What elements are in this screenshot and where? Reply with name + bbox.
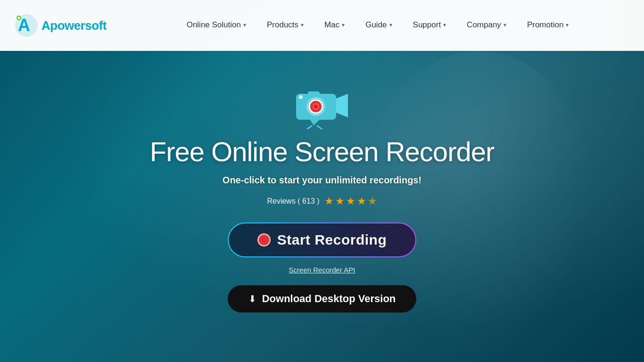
star-4: ★ xyxy=(357,195,366,207)
star-2: ★ xyxy=(335,195,345,207)
chevron-down-icon: ▾ xyxy=(301,22,304,28)
nav-mac[interactable]: Mac ▾ xyxy=(314,0,355,51)
svg-point-3 xyxy=(18,17,20,19)
start-recording-button[interactable]: Start Recording xyxy=(228,222,416,257)
reviews-label: Reviews ( 613 ) xyxy=(267,197,319,206)
screen-recorder-api-link[interactable]: Screen Recorder API xyxy=(289,266,355,274)
nav-online-solution[interactable]: Online Solution ▾ xyxy=(176,0,256,51)
nav-guide[interactable]: Guide ▾ xyxy=(355,0,402,51)
svg-marker-14 xyxy=(310,120,320,125)
download-desktop-button[interactable]: ⬇ Download Desktop Version xyxy=(228,285,417,313)
nav-promotion[interactable]: Promotion ▾ xyxy=(517,0,579,51)
svg-line-15 xyxy=(307,126,312,129)
logo[interactable]: A Apowersoft xyxy=(14,13,107,38)
chevron-down-icon: ▾ xyxy=(566,22,569,28)
screen-recorder-icon xyxy=(294,87,350,131)
download-icon: ⬇ xyxy=(248,293,256,304)
hero-title: Free Online Screen Recorder xyxy=(150,136,495,167)
chevron-down-icon: ▾ xyxy=(443,22,446,28)
nav-company[interactable]: Company ▾ xyxy=(456,0,517,51)
header: A Apowersoft Online Solution ▾ Products … xyxy=(0,0,644,51)
star-3: ★ xyxy=(346,195,355,207)
record-dot-icon xyxy=(257,233,271,247)
logo-icon: A xyxy=(14,13,39,38)
hero-section: A Apowersoft Online Solution ▾ Products … xyxy=(0,0,644,362)
svg-point-9 xyxy=(314,105,318,108)
svg-rect-11 xyxy=(308,91,320,95)
nav-support[interactable]: Support ▾ xyxy=(403,0,457,51)
star-rating: ★ ★ ★ ★ ★ xyxy=(324,195,377,207)
svg-marker-12 xyxy=(336,94,348,117)
chevron-down-icon: ▾ xyxy=(504,22,506,28)
star-half: ★ xyxy=(368,195,377,207)
star-1: ★ xyxy=(324,195,334,207)
svg-point-13 xyxy=(299,95,303,99)
reviews-row: Reviews ( 613 ) ★ ★ ★ ★ ★ xyxy=(267,195,377,207)
logo-text: Apowersoft xyxy=(41,18,107,33)
chevron-down-icon: ▾ xyxy=(243,22,246,28)
download-label: Download Desktop Version xyxy=(262,293,396,305)
start-recording-label: Start Recording xyxy=(277,232,387,248)
hero-subtitle: One-click to start your unlimited record… xyxy=(223,175,421,186)
chevron-down-icon: ▾ xyxy=(342,22,345,28)
main-nav: Online Solution ▾ Products ▾ Mac ▾ Guide… xyxy=(125,0,630,51)
chevron-down-icon: ▾ xyxy=(389,22,392,28)
hero-content: Free Online Screen Recorder One-click to… xyxy=(0,51,644,362)
nav-products[interactable]: Products ▾ xyxy=(256,0,314,51)
svg-line-16 xyxy=(317,126,322,129)
